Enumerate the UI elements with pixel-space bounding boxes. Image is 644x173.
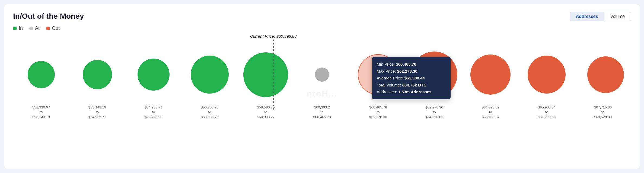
bubble-3[interactable] <box>191 56 229 94</box>
x-label-3-bot: $58,580.75 <box>181 115 238 120</box>
x-label-0-top: $51,330.67 <box>13 105 69 110</box>
x-label-6-bot: $62,278.30 <box>350 115 406 120</box>
x-label-10-top: $67,715.86 <box>575 105 631 110</box>
x-label-0-bot: $53,143.19 <box>13 115 69 120</box>
chart-container: In/Out of the Money In At Out Addresses … <box>4 4 640 169</box>
x-label-8: $64,090.82 to $65,903.34 <box>463 105 519 120</box>
chart-title: In/Out of the Money <box>13 12 631 21</box>
bubble-6[interactable] <box>358 54 398 95</box>
x-label-8-mid: to <box>463 110 519 115</box>
x-label-5: $60,393.2 to $60,465.78 <box>294 105 350 120</box>
view-toggle: Addresses Volume <box>570 12 631 21</box>
x-label-3-mid: to <box>181 110 238 115</box>
x-label-7: $62,278.30 to $64,090.82 <box>406 105 463 120</box>
x-label-7-top: $62,278.30 <box>406 105 463 110</box>
current-price-label: Current Price: $60,398.88 <box>250 34 297 39</box>
addresses-button[interactable]: Addresses <box>570 12 604 21</box>
x-label-0: $51,330.67 to $53,143.19 <box>13 105 69 120</box>
bubble-col-2 <box>125 59 181 91</box>
bubble-10[interactable] <box>587 56 624 93</box>
current-price-line: Current Price: $60,398.88 <box>250 34 297 110</box>
legend-at: At <box>29 25 40 31</box>
bubble-col-5 <box>294 68 350 82</box>
volume-button[interactable]: Volume <box>604 12 631 21</box>
x-label-2-top: $54,955.71 <box>125 105 181 110</box>
x-label-4-bot: $60,393.27 <box>238 115 294 120</box>
x-label-1-bot: $54,955.71 <box>69 115 125 120</box>
bubble-9[interactable] <box>528 56 566 94</box>
legend-label-out: Out <box>52 25 60 31</box>
x-label-9-top: $65,903.34 <box>519 105 575 110</box>
x-label-9: $65,903.34 to $67,715.86 <box>519 105 575 120</box>
bubble-0[interactable] <box>28 61 55 88</box>
x-label-9-mid: to <box>519 110 575 115</box>
x-label-3: $56,768.23 to $58,580.75 <box>181 105 238 120</box>
x-label-1-top: $53,143.19 <box>69 105 125 110</box>
legend-dot-out <box>46 27 50 30</box>
x-label-9-bot: $67,715.86 <box>519 115 575 120</box>
legend-label-in: In <box>19 25 23 31</box>
x-label-5-bot: $60,465.78 <box>294 115 350 120</box>
x-label-6: $60,465.78 to $62,278.30 <box>350 105 406 120</box>
bubble-col-10 <box>575 56 631 93</box>
chart-area: ntoH... Current Price: $60,398.88 <box>13 47 631 140</box>
x-labels-row: $51,330.67 to $53,143.19 $53,143.19 to $… <box>13 105 631 120</box>
x-label-3-top: $56,768.23 <box>181 105 238 110</box>
x-label-10-mid: to <box>575 110 631 115</box>
bubble-col-8 <box>463 55 519 95</box>
legend-out: Out <box>46 25 60 31</box>
x-label-10: $67,715.86 to $69,528.38 <box>575 105 631 120</box>
x-label-2-mid: to <box>125 110 181 115</box>
x-label-2: $54,955.71 to $56,768.23 <box>125 105 181 120</box>
x-label-4-mid: to <box>238 110 294 115</box>
x-label-1-mid: to <box>69 110 125 115</box>
bubble-col-6: Min Price: $60,465.78 Max Price: $62,278… <box>350 54 406 95</box>
legend-dot-at <box>29 27 33 30</box>
x-label-6-top: $60,465.78 <box>350 105 406 110</box>
bubble-col-7 <box>406 52 463 98</box>
x-label-10-bot: $69,528.38 <box>575 115 631 120</box>
x-label-5-top: $60,393.2 <box>294 105 350 110</box>
x-label-0-mid: to <box>13 110 69 115</box>
bubble-col-4: Current Price: $60,398.88 <box>238 52 294 97</box>
legend-dot-in <box>13 27 17 30</box>
x-label-7-mid: to <box>406 110 463 115</box>
bubble-8[interactable] <box>470 55 511 95</box>
bubble-2[interactable] <box>138 59 170 91</box>
x-label-8-top: $64,090.82 <box>463 105 519 110</box>
legend-label-at: At <box>35 25 40 31</box>
bubble-7[interactable] <box>411 52 457 98</box>
x-label-2-bot: $56,768.23 <box>125 115 181 120</box>
current-price-dashed <box>273 40 274 110</box>
bubble-col-0 <box>13 61 69 88</box>
legend-in: In <box>13 25 23 31</box>
x-label-7-bot: $64,090.82 <box>406 115 463 120</box>
bubble-1[interactable] <box>83 60 112 89</box>
legend: In At Out <box>13 25 631 31</box>
x-label-1: $53,143.19 to $54,955.71 <box>69 105 125 120</box>
bubble-5[interactable] <box>315 68 329 82</box>
bubble-col-9 <box>519 56 575 94</box>
bubble-col-3 <box>181 56 238 94</box>
x-label-6-mid: to <box>350 110 406 115</box>
x-label-5-mid: to <box>294 110 350 115</box>
bubble-col-1 <box>69 60 125 89</box>
x-label-8-bot: $65,903.34 <box>463 115 519 120</box>
bubbles-row: Current Price: $60,398.88 Min Price: $60… <box>13 47 631 102</box>
